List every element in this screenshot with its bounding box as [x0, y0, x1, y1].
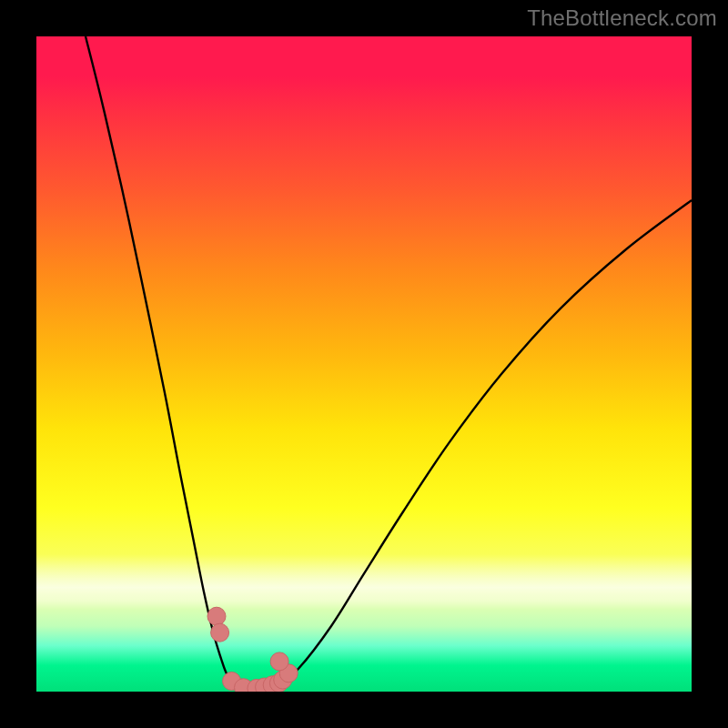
- curve-right-branch: [278, 200, 692, 683]
- watermark-text: TheBottleneck.com: [527, 5, 717, 31]
- data-marker: [211, 623, 229, 642]
- data-marker: [270, 652, 288, 671]
- chart-svg: [36, 36, 692, 692]
- chart-frame: TheBottleneck.com: [0, 0, 728, 728]
- data-marker: [207, 607, 226, 625]
- marker-group: [207, 607, 298, 692]
- plot-area: [36, 36, 692, 692]
- curve-left-branch: [86, 36, 243, 688]
